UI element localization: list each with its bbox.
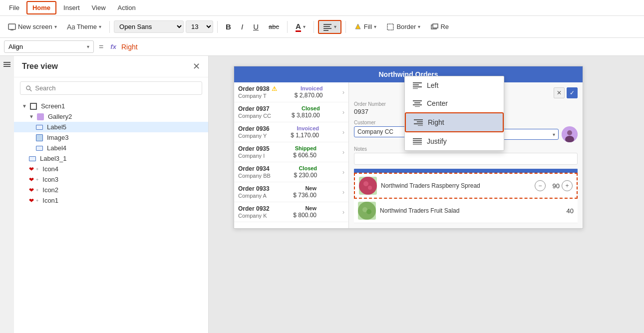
expand-screen1[interactable]: ▼ [22, 103, 27, 109]
order-num-0932: Order 0932 [238, 205, 270, 212]
tree-item-label4[interactable]: Label4 [14, 143, 208, 153]
menu-file[interactable]: File [4, 2, 24, 13]
tree-item-icon3[interactable]: ❤ + Icon3 [14, 174, 208, 185]
tree-item-image3[interactable]: Image3 [14, 132, 208, 143]
product-row-2[interactable]: Northwind Traders Fruit Salad 40 [354, 199, 578, 223]
align-right-option[interactable]: Right [405, 112, 504, 132]
align-left-option[interactable]: Left [405, 76, 504, 94]
tree-content: ▼ Screen1 ▼ Gallery2 Label5 Image3 [14, 99, 208, 333]
tree-item-gallery2[interactable]: ▼ Gallery2 [14, 111, 208, 122]
label4-label: Label4 [47, 144, 66, 152]
order-amount-0935: $ 606.50 [293, 152, 317, 159]
tree-close-button[interactable]: ✕ [193, 61, 200, 72]
icon1-plus: + [36, 198, 38, 203]
tree-header: Tree view ✕ [14, 56, 208, 77]
employee-chevron: ▾ [553, 132, 555, 137]
detail-confirm-button[interactable]: ✓ [567, 87, 578, 98]
order-row[interactable]: Order 0935 Company I Shipped $ 606.50 › [234, 142, 348, 162]
bold-button[interactable]: B [222, 20, 235, 33]
tree-item-label5[interactable]: Label5 [14, 122, 208, 132]
order-status-0932: New [305, 205, 317, 211]
align-justify-label: Justify [427, 137, 447, 145]
tree-panel: Tree view ✕ ▼ Screen1 ▼ Gallery2 [14, 56, 209, 333]
fill-button[interactable]: Fill ▾ [350, 21, 381, 33]
order-status-0934: Closed [299, 165, 317, 171]
expand-gallery2[interactable]: ▼ [29, 114, 34, 119]
notes-input[interactable] [354, 153, 578, 165]
icon2-plus: + [36, 188, 38, 193]
align-center-label: Center [427, 99, 448, 107]
font-color-button[interactable]: A ▾ [292, 20, 310, 34]
product-qty-1: 90 [548, 182, 560, 190]
svg-rect-12 [3, 66, 10, 67]
order-company-0937: Company CC [238, 113, 271, 119]
tree-item-icon2[interactable]: ❤ + Icon2 [14, 185, 208, 195]
layers-toggle[interactable] [0, 56, 14, 333]
order-row[interactable]: Order 0934 Company BB Closed $ 230.00 › [234, 162, 348, 182]
order-row[interactable]: Order 0936 Company Y Invoiced $ 1,170.00… [234, 122, 348, 142]
tree-item-icon1[interactable]: ❤ + Icon1 [14, 195, 208, 206]
property-dropdown[interactable]: Align ▾ [4, 40, 94, 53]
new-screen-button[interactable]: New screen ▾ [4, 21, 61, 33]
formula-fx: fx [108, 43, 118, 50]
tree-item-label3_1[interactable]: Label3_1 [14, 153, 208, 164]
order-num-0934: Order 0934 [238, 165, 270, 172]
order-row[interactable]: Order 0932 Company K New $ 800.00 › [234, 202, 348, 222]
icon2-label: Icon2 [42, 186, 58, 194]
theme-button[interactable]: Aa Theme ▾ [63, 21, 105, 33]
menu-insert[interactable]: Insert [58, 2, 85, 13]
order-row[interactable]: Order 0933 Company A New $ 736.00 › [234, 182, 348, 202]
font-size-select[interactable]: 13 [186, 20, 213, 33]
label4-icon [36, 146, 43, 151]
order-row[interactable]: Order 0938 ⚠ Company T Invoiced $ 2,870.… [234, 82, 348, 102]
underline-button[interactable]: U [249, 20, 263, 33]
label5-label: Label5 [47, 123, 66, 131]
layers-icon [2, 60, 11, 69]
icon1-label: Icon1 [42, 197, 58, 204]
italic-button[interactable]: I [237, 20, 247, 33]
qty-minus-1[interactable]: − [535, 180, 546, 191]
icon3-label: Icon3 [42, 176, 58, 183]
menu-home[interactable]: Home [26, 1, 56, 14]
align-chevron: ▾ [334, 24, 336, 29]
order-company-0938: Company T [238, 93, 277, 99]
align-right-icon [414, 119, 423, 126]
align-button[interactable]: ▾ [318, 20, 341, 34]
tree-item-screen1[interactable]: ▼ Screen1 [14, 101, 208, 111]
screen1-label: Screen1 [41, 102, 65, 110]
label3-label: Label3_1 [40, 155, 67, 162]
menu-view[interactable]: View [87, 2, 111, 13]
icon4-symbol: ❤ [29, 166, 34, 173]
new-screen-icon [8, 23, 16, 31]
product-qty-2: 40 [562, 207, 574, 215]
order-amount-0933: $ 736.00 [293, 192, 317, 199]
tree-item-icon4[interactable]: ❤ + Icon4 [14, 164, 208, 174]
align-left-icon [413, 82, 422, 89]
strikethrough-button[interactable]: abc [265, 21, 283, 32]
employee-avatar [562, 126, 578, 142]
svg-point-13 [26, 86, 30, 90]
toolbar: New screen ▾ Aa Theme ▾ Open Sans 13 B I… [0, 16, 644, 38]
menu-action[interactable]: Action [113, 2, 141, 13]
icon3-symbol: ❤ [29, 176, 34, 183]
order-row[interactable]: Order 0937 Company CC Closed $ 3,810.00 … [234, 102, 348, 122]
qty-plus-1[interactable]: + [562, 180, 573, 191]
svg-rect-11 [3, 64, 10, 65]
font-color-icon: A [296, 22, 301, 32]
icon2-symbol: ❤ [29, 187, 34, 194]
theme-icon: Aa [67, 23, 75, 31]
svg-text:Aa: Aa [67, 23, 75, 31]
border-button[interactable]: Border ▾ [382, 21, 424, 33]
formula-value: Right [121, 43, 138, 51]
alignment-dropdown: Left Center Right [404, 76, 504, 151]
font-name-select[interactable]: Open Sans [114, 20, 184, 33]
align-center-option[interactable]: Center [405, 94, 504, 112]
tree-search-input[interactable] [35, 84, 197, 92]
detail-close-button[interactable]: ✕ [554, 87, 565, 98]
label3-icon [29, 156, 36, 161]
align-justify-option[interactable]: Justify [405, 132, 504, 150]
order-chevron-0937: › [342, 108, 344, 116]
product-row-1[interactable]: Northwind Traders Raspberry Spread − 90 … [354, 173, 578, 199]
warning-icon-0938: ⚠ [272, 85, 277, 92]
reorder-button[interactable]: Re [426, 21, 453, 33]
